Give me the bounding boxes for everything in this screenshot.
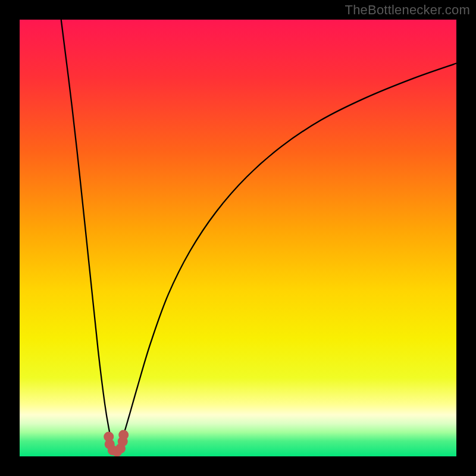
plot-area <box>20 20 456 456</box>
chart-svg <box>20 20 456 456</box>
marker-dot <box>118 430 129 440</box>
chart-frame: TheBottlenecker.com <box>0 0 476 476</box>
watermark-text: TheBottlenecker.com <box>345 2 470 18</box>
gradient-background <box>20 20 456 456</box>
